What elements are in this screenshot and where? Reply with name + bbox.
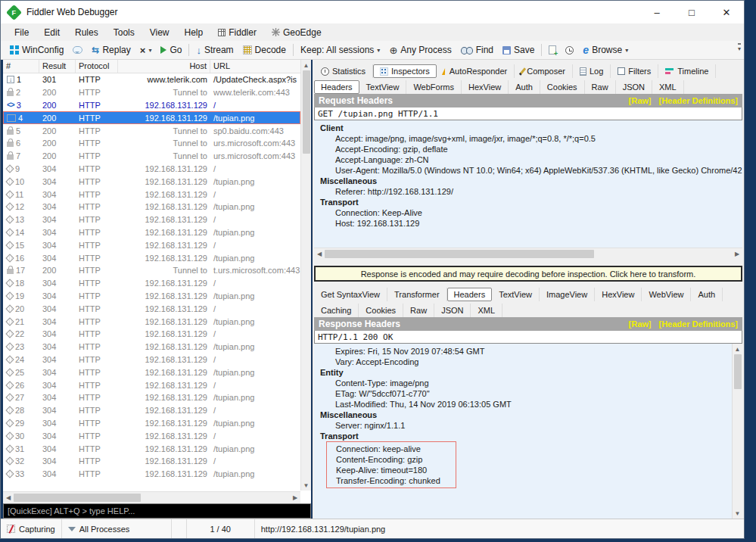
table-row[interactable]: 12304HTTP192.168.131.129/tupian.png: [3, 201, 300, 213]
column-header-result[interactable]: Result: [39, 60, 76, 73]
scroll-right-icon[interactable]: ▶: [732, 249, 742, 260]
close-button[interactable]: ✕: [709, 1, 744, 23]
menu-help[interactable]: Help: [177, 26, 211, 39]
table-row[interactable]: 22304HTTP192.168.131.129/: [3, 328, 300, 341]
tab-timeline[interactable]: Timeline: [658, 64, 716, 78]
table-row[interactable]: 11304HTTP192.168.131.129/: [3, 188, 300, 201]
tab-resp-hexview[interactable]: HexView: [595, 288, 642, 301]
tab-log[interactable]: Log: [573, 64, 611, 78]
table-row[interactable]: 7200HTTPTunnel tours.microsoft.com:443: [3, 150, 300, 163]
any-process-button[interactable]: ⊕ Any Process: [384, 43, 456, 58]
table-row[interactable]: 19304HTTP192.168.131.129/tupian.png: [3, 290, 300, 303]
process-filter[interactable]: All Processes: [62, 519, 172, 538]
scrollbar-thumb[interactable]: [325, 250, 594, 258]
tab-inspectors[interactable]: Inspectors: [373, 64, 437, 78]
tab-resp-transformer[interactable]: Transformer: [387, 288, 447, 301]
keep-sessions-dropdown[interactable]: Keep: All sessions ▾: [296, 43, 384, 57]
table-row[interactable]: 13304HTTP192.168.131.129/: [3, 213, 300, 226]
table-row[interactable]: 14304HTTP192.168.131.129/tupian.png: [3, 226, 300, 239]
tab-resp-xml[interactable]: XML: [471, 304, 502, 317]
menu-geoedge[interactable]: GeoEdge: [264, 26, 329, 39]
transform-notice[interactable]: Response is encoded and may require deco…: [314, 266, 742, 282]
screenshot-button[interactable]: [544, 44, 561, 56]
table-row[interactable]: 17200HTTPTunnel tot.urs.microsoft.com:44…: [3, 264, 300, 277]
scrollbar-thumb[interactable]: [303, 70, 310, 154]
table-row[interactable]: 31304HTTP192.168.131.129/tupian.png: [3, 442, 300, 455]
tab-resp-auth[interactable]: Auth: [691, 288, 723, 301]
tab-resp-cookies[interactable]: Cookies: [359, 304, 403, 317]
menu-tools[interactable]: Tools: [106, 26, 142, 39]
table-row[interactable]: 18304HTTP192.168.131.129/: [3, 277, 300, 290]
tab-filters[interactable]: Filters: [611, 64, 658, 78]
column-header-number[interactable]: #: [3, 60, 39, 73]
scroll-left-icon[interactable]: ◀: [3, 493, 14, 503]
table-row[interactable]: 27304HTTP192.168.131.129/tupian.png: [3, 391, 300, 404]
browse-button[interactable]: e Browse ▾: [578, 43, 633, 57]
save-button[interactable]: Save: [498, 43, 539, 57]
table-row[interactable]: ↓1301HTTPwww.telerik.com/UpdateCheck.asp…: [3, 73, 300, 86]
table-row[interactable]: 29304HTTP192.168.131.129/tupian.png: [3, 417, 300, 430]
response-vscrollbar[interactable]: ▲ ▼: [732, 344, 742, 519]
tab-statistics[interactable]: Statistics: [314, 64, 373, 78]
raw-link[interactable]: [Raw]: [629, 96, 652, 105]
go-button[interactable]: Go: [156, 43, 186, 57]
scroll-left-icon[interactable]: ◀: [314, 249, 325, 260]
replay-button[interactable]: ⇆ Replay: [87, 43, 135, 57]
comment-button[interactable]: [68, 45, 87, 55]
session-list-vscrollbar[interactable]: ▲ ▼: [300, 60, 311, 491]
tab-resp-webview[interactable]: WebView: [642, 288, 691, 301]
maximize-button[interactable]: □: [674, 1, 709, 23]
scroll-up-icon[interactable]: ▲: [301, 60, 311, 70]
header-definitions-link[interactable]: [Header Definitions]: [658, 96, 738, 105]
menu-fiddler[interactable]: Fiddler: [210, 26, 264, 39]
tab-resp-imageview[interactable]: ImageView: [540, 288, 595, 301]
tab-req-hexview[interactable]: HexView: [462, 80, 509, 94]
quickexec-bar[interactable]: [QuickExec] ALT+Q > type HELP...: [3, 503, 311, 519]
tab-resp-caching[interactable]: Caching: [314, 304, 359, 317]
table-row[interactable]: 10304HTTP192.168.131.129/tupian.png: [3, 175, 300, 188]
capturing-toggle[interactable]: Capturing: [1, 519, 62, 538]
table-row[interactable]: 32304HTTP192.168.131.129/: [3, 455, 300, 468]
table-row[interactable]: 2200HTTPTunnel towww.telerik.com:443: [3, 86, 300, 99]
table-row[interactable]: 16304HTTP192.168.131.129/tupian.png: [3, 251, 300, 264]
column-header-url[interactable]: URL: [210, 60, 311, 73]
timer-button[interactable]: [561, 45, 578, 56]
find-button[interactable]: Find: [456, 43, 498, 57]
scroll-up-icon[interactable]: ▲: [733, 344, 742, 354]
session-list-hscrollbar[interactable]: ◀ ▶: [3, 491, 300, 503]
header-definitions-link[interactable]: [Header Definitions]: [658, 319, 738, 329]
table-row[interactable]: 33304HTTP192.168.131.129/tupian.png: [3, 468, 300, 481]
table-row[interactable]: 24304HTTP192.168.131.129/: [3, 354, 300, 366]
tab-resp-syntaxview[interactable]: Get SyntaxView: [314, 288, 387, 301]
raw-link[interactable]: [Raw]: [629, 319, 652, 329]
scrollbar-thumb[interactable]: [734, 354, 742, 389]
tab-req-raw[interactable]: Raw: [585, 80, 616, 94]
stream-button[interactable]: ↓ Stream: [191, 43, 238, 58]
tab-req-xml[interactable]: XML: [652, 80, 684, 94]
menu-edit[interactable]: Edit: [36, 26, 67, 39]
tab-resp-textview[interactable]: TextView: [492, 288, 540, 301]
tab-req-auth[interactable]: Auth: [509, 80, 540, 94]
table-row[interactable]: 21304HTTP192.168.131.129/tupian.png: [3, 315, 300, 328]
menu-view[interactable]: View: [142, 26, 177, 39]
table-row[interactable]: 4200HTTP192.168.131.129/tupian.png: [3, 111, 300, 124]
table-row[interactable]: 15304HTTP192.168.131.129/: [3, 238, 300, 251]
winconfig-button[interactable]: WinConfig: [5, 43, 68, 57]
tab-resp-json[interactable]: JSON: [434, 304, 471, 317]
tab-req-textview[interactable]: TextView: [359, 80, 407, 94]
table-row[interactable]: 26304HTTP192.168.131.129/: [3, 378, 300, 391]
menu-file[interactable]: File: [7, 26, 36, 39]
request-hscrollbar[interactable]: ◀ ▶: [314, 248, 742, 260]
table-row[interactable]: 5200HTTPTunnel tosp0.baidu.com:443: [3, 124, 300, 137]
table-row[interactable]: 9304HTTP192.168.131.129/: [3, 163, 300, 176]
tab-resp-headers[interactable]: Headers: [447, 288, 493, 301]
scroll-down-icon[interactable]: ▼: [733, 508, 742, 519]
tab-req-headers[interactable]: Headers: [314, 80, 359, 94]
tab-composer[interactable]: Composer: [515, 64, 573, 78]
table-row[interactable]: 6200HTTPTunnel tours.microsoft.com:443: [3, 137, 300, 150]
remove-button[interactable]: × ▾: [135, 43, 157, 58]
scrollbar-thumb[interactable]: [14, 494, 141, 502]
table-row[interactable]: 30304HTTP192.168.131.129/: [3, 429, 300, 442]
request-line[interactable]: GET /tupian.png HTTP/1.1: [314, 107, 742, 120]
tab-resp-raw[interactable]: Raw: [403, 304, 434, 317]
